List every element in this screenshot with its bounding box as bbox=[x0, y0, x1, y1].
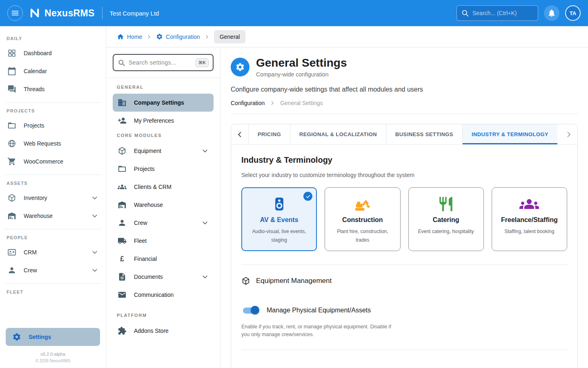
tab-regional-localization[interactable]: REGIONAL & LOCALIZATION bbox=[290, 124, 386, 144]
sidebar-divider bbox=[4, 175, 102, 175]
settings-nav-item-communication[interactable]: Communication bbox=[113, 286, 214, 304]
settings-nav-item-financial[interactable]: £Financial bbox=[113, 250, 214, 268]
section-label-people: PEOPLE bbox=[7, 235, 99, 240]
copyright: © 2026 NexusRMS bbox=[0, 359, 106, 363]
industry-name: Construction bbox=[330, 216, 395, 224]
sidebar-item-crm[interactable]: CRM bbox=[0, 243, 106, 261]
chevron-down-icon bbox=[91, 249, 98, 256]
breadcrumb-current: General bbox=[214, 30, 246, 43]
user-avatar[interactable]: TA bbox=[565, 5, 581, 21]
settings-nav-item-clients-crm[interactable]: Clients & CRM bbox=[113, 178, 214, 196]
search-icon bbox=[461, 9, 469, 17]
tab-pricing[interactable]: PRICING bbox=[248, 124, 290, 144]
warehouse-icon bbox=[7, 211, 16, 220]
people-icon bbox=[118, 182, 127, 191]
pound-icon: £ bbox=[118, 255, 127, 263]
settings-nav-item-warehouse[interactable]: Warehouse bbox=[113, 196, 214, 214]
sidebar-item-woocommerce[interactable]: WooCommerce bbox=[0, 153, 106, 171]
settings-search-input[interactable] bbox=[129, 59, 192, 66]
sidebar-item-dashboard[interactable]: Dashboard bbox=[0, 44, 106, 62]
cart-icon bbox=[7, 157, 16, 166]
page-title: General Settings bbox=[256, 56, 347, 70]
main-content: General Settings Company-wide configurat… bbox=[220, 47, 588, 368]
video-camera-icon bbox=[247, 195, 312, 213]
page-breadcrumb-parent[interactable]: Configuration bbox=[231, 100, 265, 106]
global-search-input[interactable] bbox=[472, 10, 534, 16]
home-icon bbox=[117, 33, 124, 40]
sidebar-divider bbox=[4, 102, 102, 103]
sidebar-item-threads[interactable]: Threads bbox=[0, 80, 106, 98]
sidebar-item-settings[interactable]: Settings bbox=[6, 328, 100, 346]
excavator-icon bbox=[330, 195, 395, 213]
truck-icon bbox=[118, 236, 127, 245]
settings-nav-item-my-preferences[interactable]: My Preferences bbox=[113, 112, 214, 130]
chevron-down-icon bbox=[201, 219, 209, 227]
chevron-down-icon bbox=[201, 273, 209, 280]
sidebar-item-crew[interactable]: Crew bbox=[0, 261, 106, 279]
sidebar-footer: v0.2.0-alpha © 2026 NexusRMS bbox=[0, 349, 106, 368]
tab-bar: PRICING REGIONAL & LOCALIZATION BUSINESS… bbox=[231, 124, 577, 145]
settings-nav-item-equipment[interactable]: Equipment bbox=[113, 142, 214, 160]
section-divider bbox=[241, 265, 567, 265]
section-label-projects: PROJECTS bbox=[7, 108, 99, 113]
settings-nav-item-addons-store[interactable]: Addons Store bbox=[113, 322, 214, 340]
settings-card: PRICING REGIONAL & LOCALIZATION BUSINESS… bbox=[231, 124, 578, 368]
notifications-button[interactable] bbox=[544, 5, 559, 21]
chevron-right-icon bbox=[204, 34, 210, 40]
nexus-logo-icon bbox=[29, 7, 41, 19]
sidebar-item-warehouse[interactable]: Warehouse bbox=[0, 207, 106, 225]
person-add-icon bbox=[118, 116, 127, 125]
bell-icon bbox=[547, 9, 556, 18]
breadcrumb-configuration[interactable]: Configuration bbox=[156, 33, 200, 40]
brand-logo: NexusRMS bbox=[29, 7, 95, 19]
sidebar-item-projects[interactable]: Projects bbox=[0, 117, 106, 135]
settings-nav-divider bbox=[106, 78, 220, 78]
tabs-scroll-left-button[interactable] bbox=[231, 124, 248, 144]
folder-icon bbox=[7, 121, 16, 130]
industry-card-catering[interactable]: Catering Event catering, hospitality bbox=[408, 187, 484, 251]
restaurant-icon bbox=[414, 195, 479, 213]
hamburger-menu-button[interactable] bbox=[7, 5, 23, 21]
sidebar-item-calendar[interactable]: Calendar bbox=[0, 62, 106, 80]
warehouse-icon bbox=[118, 200, 127, 209]
global-search[interactable] bbox=[457, 5, 538, 21]
group-label-general: GENERAL bbox=[117, 85, 209, 90]
sidebar-divider bbox=[4, 229, 102, 229]
tab-industry-terminology[interactable]: INDUSTRY & TERMINOLOGY bbox=[462, 124, 557, 144]
section-label-fleet: FLEET bbox=[7, 289, 99, 294]
sidebar-item-web-requests[interactable]: Web Requests bbox=[0, 135, 106, 153]
chevron-right-icon bbox=[146, 34, 152, 40]
industry-desc: Staffing, talent booking bbox=[499, 227, 560, 236]
person-icon bbox=[7, 266, 16, 275]
tabs-scroll-right-button[interactable] bbox=[560, 124, 577, 144]
settings-nav-item-projects[interactable]: Projects bbox=[113, 160, 214, 178]
globe-icon bbox=[7, 139, 16, 148]
chevron-down-icon bbox=[91, 267, 98, 274]
industry-card-freelance-staffing[interactable]: Freelance/Staffing Staffing, talent book… bbox=[492, 187, 567, 251]
topbar-divider bbox=[102, 7, 102, 19]
breadcrumb: Home Configuration General bbox=[106, 26, 588, 47]
industry-desc: Plant hire, construction, trades bbox=[332, 227, 393, 245]
section-label-assets: ASSETS bbox=[7, 181, 99, 186]
industry-card-construction[interactable]: Construction Plant hire, construction, t… bbox=[325, 187, 400, 251]
tab-business-settings[interactable]: BUSINESS SETTINGS bbox=[386, 124, 462, 144]
settings-nav-item-crew[interactable]: Crew bbox=[113, 214, 214, 232]
sidebar-divider bbox=[4, 283, 102, 284]
company-name: Test Company Ltd bbox=[110, 10, 159, 17]
toggle-label: Manage Physical Equipment/Assets bbox=[267, 307, 371, 314]
chevron-right-icon bbox=[270, 100, 275, 106]
settings-nav-item-documents[interactable]: Documents bbox=[113, 268, 214, 286]
industry-card-av-events[interactable]: AV & Events Audio-visual, live events, s… bbox=[241, 187, 317, 251]
people-group-icon bbox=[497, 195, 562, 213]
sidebar-item-inventory[interactable]: Inventory bbox=[0, 189, 106, 207]
chevron-down-icon bbox=[91, 212, 98, 220]
settings-search[interactable]: ⌘K bbox=[113, 54, 214, 71]
top-bar: NexusRMS Test Company Ltd TA bbox=[0, 0, 588, 26]
industry-name: AV & Events bbox=[247, 216, 312, 224]
settings-nav-item-company-settings[interactable]: Company Settings bbox=[113, 94, 214, 112]
settings-nav-item-fleet[interactable]: Fleet bbox=[113, 232, 214, 250]
breadcrumb-home[interactable]: Home bbox=[117, 33, 142, 40]
folder-icon bbox=[118, 164, 127, 173]
toggle-knob bbox=[251, 306, 259, 314]
manage-equipment-toggle[interactable] bbox=[243, 307, 258, 314]
